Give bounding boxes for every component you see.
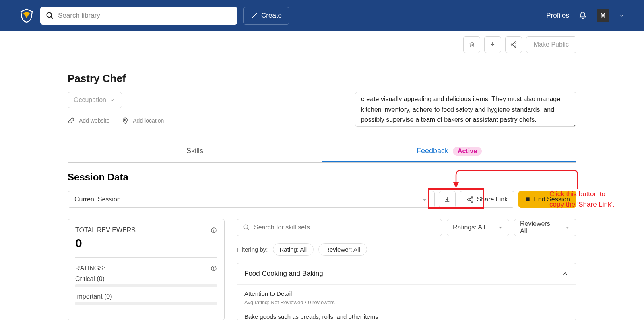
add-location-link[interactable]: Add location <box>122 117 164 124</box>
search-library[interactable] <box>40 7 237 25</box>
page-title: Pastry Chef <box>68 72 576 85</box>
svg-point-19 <box>213 267 214 267</box>
link-icon <box>68 117 75 124</box>
download-icon <box>444 196 451 203</box>
stop-icon <box>525 197 530 202</box>
share-icon <box>466 196 474 203</box>
download-button-top[interactable] <box>484 36 501 53</box>
share-button-top[interactable] <box>505 36 522 53</box>
reviewers-filter[interactable]: Reviewers: All <box>514 219 576 236</box>
tab-skills[interactable]: Skills <box>68 141 322 162</box>
skill-item-meta: Avg rating: Not Reviewed • 0 reviewers <box>244 299 569 305</box>
annotation-arrow <box>449 168 582 192</box>
svg-point-7 <box>124 119 126 121</box>
profile-action-bar: Make Public <box>68 36 576 53</box>
reviewer-stats-panel: TOTAL REVIEWERS: 0 RATINGS: Critical (0)… <box>68 219 225 320</box>
chevron-down-icon <box>421 196 428 203</box>
chevron-down-icon <box>497 225 503 230</box>
filter-chip-rating[interactable]: Rating: All <box>273 243 314 256</box>
make-public-button[interactable]: Make Public <box>526 36 576 53</box>
search-icon <box>46 12 54 20</box>
chevron-up-icon <box>561 270 569 277</box>
ratings-label: RATINGS: <box>75 265 217 272</box>
svg-marker-22 <box>453 182 459 188</box>
filtering-by-row: Filtering by: Rating: All Reviewer: All <box>237 243 576 256</box>
ratings-filter[interactable]: Ratings: All <box>447 219 509 236</box>
create-button[interactable]: Create <box>243 7 289 25</box>
active-badge: Active <box>453 147 482 156</box>
total-reviewers-value: 0 <box>75 236 217 250</box>
svg-point-16 <box>213 229 214 229</box>
occupation-select[interactable]: Occupation <box>68 92 122 108</box>
skill-card-header[interactable]: Food Cooking and Baking <box>237 263 576 284</box>
search-skills-input[interactable] <box>237 219 442 236</box>
annotation-text: Click this button to copy the 'Share Lin… <box>549 189 618 209</box>
rating-important-bar <box>75 302 217 305</box>
filter-chip-reviewer[interactable]: Reviewer: All <box>318 243 367 256</box>
svg-rect-13 <box>526 197 529 201</box>
profiles-link[interactable]: Profiles <box>546 12 569 20</box>
app-logo <box>19 8 34 23</box>
chevron-down-icon <box>565 225 570 230</box>
download-session-button[interactable] <box>439 191 456 208</box>
info-icon[interactable] <box>211 227 217 234</box>
location-icon <box>122 117 129 124</box>
svg-line-12 <box>469 200 471 201</box>
rating-critical-label: Critical (0) <box>75 275 217 283</box>
info-icon[interactable] <box>211 265 217 272</box>
app-header: Create Profiles M <box>0 0 644 31</box>
add-website-link[interactable]: Add website <box>68 117 109 124</box>
total-reviewers-label: TOTAL REVIEWERS: <box>75 227 217 234</box>
chevron-down-icon[interactable] <box>619 13 625 18</box>
user-avatar[interactable]: M <box>597 9 609 22</box>
session-controls: Current Session Share Link End Session <box>68 191 576 208</box>
share-icon <box>510 41 517 48</box>
chevron-down-icon <box>109 97 115 103</box>
skill-item-title: Attention to Detail <box>244 290 569 297</box>
delete-button[interactable] <box>463 36 480 53</box>
magic-wand-icon <box>251 12 258 19</box>
rating-important-label: Important (0) <box>75 293 217 300</box>
svg-line-21 <box>247 228 249 230</box>
svg-line-1 <box>51 17 53 19</box>
skill-item[interactable]: Bake goods such as breads, rolls, and ot… <box>237 308 576 320</box>
svg-line-6 <box>512 45 515 47</box>
svg-line-11 <box>469 198 471 199</box>
profile-tabs: Skills Feedback Active <box>68 141 576 163</box>
bell-icon[interactable] <box>579 12 587 20</box>
skill-item[interactable]: Attention to Detail Avg rating: Not Revi… <box>237 284 576 308</box>
download-icon <box>489 41 496 48</box>
svg-point-20 <box>244 225 248 229</box>
profile-description[interactable]: create visually appealing and delicious … <box>355 92 576 127</box>
session-select[interactable]: Current Session <box>68 191 435 208</box>
search-input[interactable] <box>58 12 232 20</box>
tab-feedback[interactable]: Feedback Active <box>322 141 576 162</box>
search-icon <box>243 224 250 231</box>
svg-line-5 <box>512 43 515 45</box>
rating-critical-bar <box>75 284 217 287</box>
skill-card: Food Cooking and Baking Attention to Det… <box>237 263 576 320</box>
svg-point-0 <box>47 13 52 18</box>
trash-icon <box>468 41 475 48</box>
share-link-button[interactable]: Share Link <box>460 191 515 208</box>
